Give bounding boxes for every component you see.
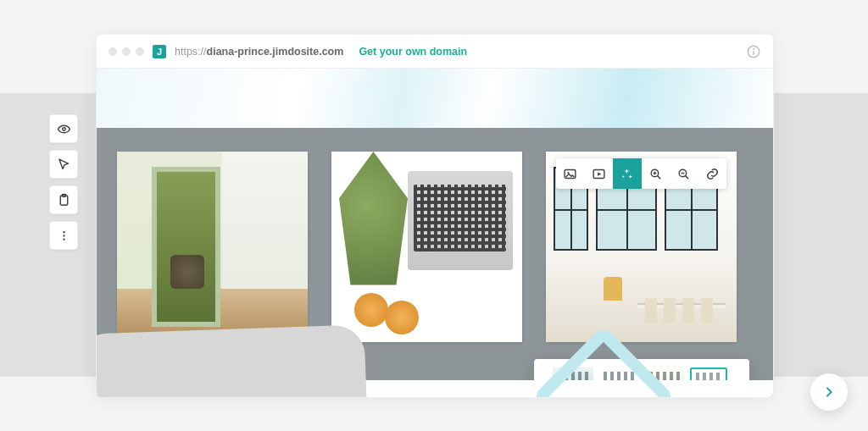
browser-chrome: J https://diana-prince.jimdosite.com Get… <box>97 35 773 69</box>
video-button[interactable] <box>585 158 614 189</box>
gallery-image-2[interactable] <box>331 152 522 342</box>
clipboard-icon <box>57 193 71 207</box>
decorative-shape-gray <box>96 324 371 398</box>
site-favicon: J <box>153 45 166 58</box>
preview-tool[interactable] <box>49 114 78 143</box>
editor-side-tools <box>49 114 78 250</box>
gallery-image-1[interactable] <box>117 152 308 342</box>
filters-button[interactable] <box>613 158 642 189</box>
info-icon[interactable] <box>746 44 761 59</box>
image-icon <box>563 167 577 181</box>
svg-point-5 <box>63 238 64 240</box>
replace-image-button[interactable] <box>556 158 585 189</box>
more-tool[interactable] <box>49 221 78 250</box>
zoom-out-icon <box>676 167 691 181</box>
url-host: diana-prince.jimdosite.com <box>207 46 344 58</box>
svg-point-0 <box>62 127 65 130</box>
site-header-banner <box>97 69 773 128</box>
zoom-in-icon <box>648 167 663 181</box>
get-own-domain-link[interactable]: Get your own domain <box>359 46 467 58</box>
svg-point-3 <box>63 231 64 233</box>
more-icon <box>57 229 71 243</box>
window-controls <box>108 47 144 56</box>
zoom-out-button[interactable] <box>670 158 698 189</box>
design-tool[interactable] <box>49 150 78 179</box>
url-prefix: https:// <box>175 46 207 58</box>
gallery-image-3-selected: Vibe Clarity Cinema Sol <box>546 152 737 382</box>
video-icon <box>592 167 606 181</box>
browser-window: J https://diana-prince.jimdosite.com Get… <box>96 34 774 398</box>
link-icon <box>705 167 720 181</box>
site-footer-peek <box>97 380 773 397</box>
chevron-right-icon <box>822 385 836 399</box>
next-step-button[interactable] <box>810 373 848 411</box>
cursor-icon <box>57 157 71 172</box>
image-edit-toolbar <box>556 158 726 189</box>
svg-rect-8 <box>753 51 754 55</box>
svg-point-7 <box>753 48 754 50</box>
magic-icon <box>620 167 634 181</box>
svg-point-4 <box>63 235 64 236</box>
eye-icon <box>57 122 71 136</box>
clipboard-tool[interactable] <box>49 185 78 214</box>
link-button[interactable] <box>698 158 727 189</box>
address-bar[interactable]: https://diana-prince.jimdosite.com <box>175 46 343 58</box>
zoom-in-button[interactable] <box>642 158 670 189</box>
